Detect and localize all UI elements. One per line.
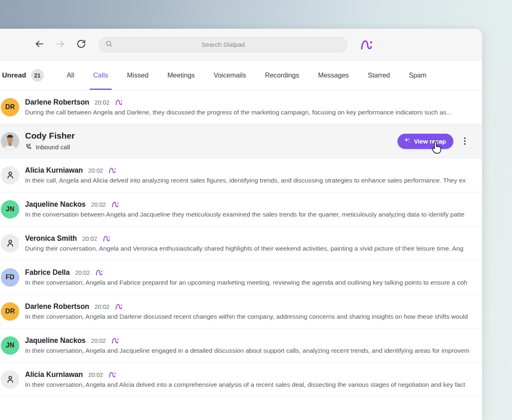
call-list-item[interactable]: DR Darlene Robertson 20:02 In their conv… [0, 294, 482, 329]
call-time: 20:02 [88, 372, 103, 378]
ai-icon [115, 98, 123, 106]
contact-name: Veronica Smith [25, 234, 77, 243]
call-summary-preview: In their call, Angela and Alicia delved … [25, 177, 482, 184]
tab-voicemails[interactable]: Voicemails [214, 61, 246, 90]
contact-name: Jaqueline Nackos [25, 200, 86, 209]
call-time: 20:02 [75, 269, 90, 276]
ai-icon [95, 269, 103, 276]
view-recap-button[interactable]: View recap [398, 134, 453, 149]
avatar-initials: JN [1, 200, 19, 219]
app-window: Unread 21 AllCallsMissedMeetingsVoicemai… [0, 29, 482, 420]
ai-icon [108, 371, 116, 379]
dialpad-ai-logo [360, 38, 373, 51]
call-direction-label: Inbound call [36, 144, 70, 151]
tab-recordings[interactable]: Recordings [265, 61, 299, 90]
call-summary-preview: In their conversation, Angela and Darlen… [25, 313, 482, 320]
tab-meetings[interactable]: Meetings [167, 61, 195, 90]
browser-toolbar [0, 29, 482, 61]
contact-name: Darlene Robertson [25, 98, 89, 107]
call-list-item[interactable]: DR Darlene Robertson 20:02 During the ca… [0, 90, 482, 124]
call-list: DR Darlene Robertson 20:02 During the ca… [0, 90, 482, 397]
call-list-item[interactable]: Veronica Smith 20:02 During their conver… [0, 226, 482, 260]
tab-list: AllCallsMissedMeetingsVoicemailsRecordin… [67, 61, 427, 90]
call-summary-preview: In their conversation, Angela and Alicia… [25, 381, 482, 388]
ai-icon [115, 303, 123, 310]
call-list-item[interactable]: JN Jaqueline Nackos 20:02 In their conve… [0, 329, 482, 363]
call-summary-preview: In the conversation between Angela and J… [25, 211, 482, 218]
forward-arrow-icon [55, 39, 66, 50]
call-list-item[interactable]: Alicia Kurniawan 20:02 In their call, An… [0, 158, 482, 192]
call-list-item[interactable]: FD Fabrice Della 20:02 In their conversa… [0, 260, 482, 294]
avatar-person-icon [1, 166, 19, 185]
inbound-call-icon [25, 143, 32, 152]
unread-filter[interactable]: Unread 21 [2, 69, 44, 82]
avatar-initials: DR [1, 302, 19, 321]
unread-count-badge: 21 [31, 69, 44, 82]
tab-spam[interactable]: Spam [409, 61, 426, 90]
ai-icon [108, 167, 116, 174]
contact-name: Darlene Robertson [25, 302, 89, 311]
ai-icon [111, 201, 119, 208]
call-time: 20:02 [91, 201, 106, 208]
avatar-person-icon [1, 370, 19, 389]
avatar-photo [1, 132, 19, 151]
ai-icon [103, 235, 110, 242]
call-time: 20:02 [95, 304, 110, 310]
refresh-icon [76, 39, 87, 50]
avatar-person-icon [1, 234, 19, 253]
contact-name: Alicia Kurniawan [25, 370, 83, 379]
tab-messages[interactable]: Messages [318, 61, 349, 90]
forward-button[interactable] [53, 37, 68, 52]
call-list-item[interactable]: JN Jaqueline Nackos 20:02 In the convers… [0, 192, 482, 226]
sparkles-icon [404, 137, 411, 145]
call-time: 20:02 [88, 167, 103, 174]
filter-tab-bar: Unread 21 AllCallsMissedMeetingsVoicemai… [0, 61, 482, 90]
contact-name: Jaqueline Nackos [25, 336, 86, 345]
avatar-initials: DR [1, 98, 19, 116]
refresh-button[interactable] [74, 37, 89, 52]
tab-calls[interactable]: Calls [93, 61, 108, 90]
contact-name: Alicia Kurniawan [25, 166, 83, 175]
call-summary-preview: During their conversation, Angela and Ve… [25, 245, 482, 252]
call-time: 20:02 [82, 235, 97, 242]
view-recap-label: View recap [414, 138, 446, 145]
call-time: 20:02 [91, 338, 106, 344]
call-list-item[interactable]: Alicia Kurniawan 20:02 In their conversa… [0, 363, 482, 397]
back-arrow-icon [34, 39, 45, 50]
avatar-initials: JN [1, 336, 19, 355]
call-summary-preview: In their conversation, Angela and Jacque… [25, 347, 482, 354]
tab-starred[interactable]: Starred [368, 61, 390, 90]
more-options-menu-icon[interactable] [460, 135, 470, 148]
call-list-item[interactable]: Cody Fisher Inbound call [0, 124, 482, 158]
call-time: 20:02 [95, 99, 110, 106]
call-summary-preview: In their conversation, Angela and Fabric… [25, 279, 482, 286]
tab-all[interactable]: All [67, 61, 74, 90]
unread-label: Unread [2, 71, 26, 80]
contact-name: Cody Fisher [25, 131, 75, 141]
search-input[interactable] [99, 37, 347, 52]
call-summary-preview: During the call between Angela and Darle… [25, 109, 482, 116]
tab-missed[interactable]: Missed [127, 61, 149, 90]
contact-name: Fabrice Della [25, 268, 70, 277]
search-bar[interactable] [99, 37, 347, 52]
back-button[interactable] [32, 37, 47, 52]
ai-icon [111, 337, 119, 345]
avatar-initials: FD [1, 268, 19, 287]
